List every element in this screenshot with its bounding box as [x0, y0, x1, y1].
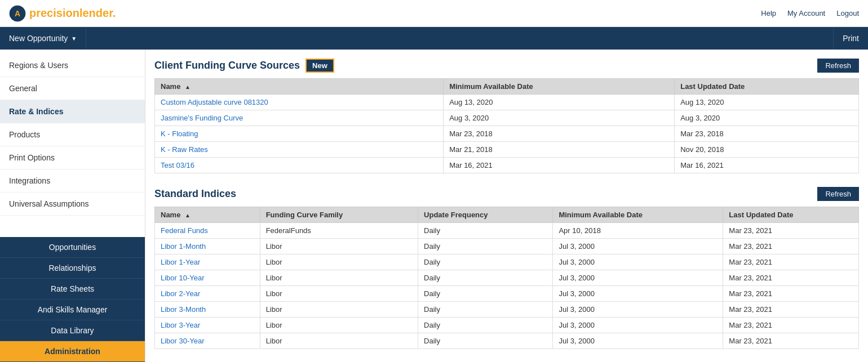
standard-indices-section: Standard Indices Refresh Name ▲ Funding …: [154, 187, 859, 349]
my-account-link[interactable]: My Account: [787, 9, 825, 17]
col-min-date[interactable]: Minimum Available Date: [444, 79, 675, 95]
svg-text:A: A: [15, 9, 20, 18]
sidebar-item-general[interactable]: General: [0, 77, 145, 100]
client-funding-last-updated-cell: Aug 13, 2020: [675, 95, 859, 110]
client-funding-name-cell[interactable]: Test 03/16: [155, 158, 444, 173]
sidebar-item-regions-users[interactable]: Regions & Users: [0, 54, 145, 77]
client-funding-name-cell[interactable]: Custom Adjustable curve 081320: [155, 95, 444, 110]
si-family-cell: Libor: [260, 286, 418, 302]
col-si-last-updated[interactable]: Last Updated Date: [723, 207, 859, 223]
si-last-updated-cell: Mar 23, 2021: [723, 318, 859, 333]
standard-indices-title: Standard Indices: [154, 188, 236, 200]
col-name[interactable]: Name ▲: [155, 79, 444, 95]
si-frequency-cell: Daily: [418, 254, 553, 270]
si-frequency-cell: Daily: [418, 333, 553, 349]
sidebar-item-rate-indices[interactable]: Rate & Indices: [0, 100, 145, 123]
table-row: Libor 1-MonthLiborDailyJul 3, 2000Mar 23…: [155, 239, 859, 254]
client-funding-title-group: Client Funding Curve Sources New: [154, 59, 334, 73]
col-si-frequency[interactable]: Update Frequency: [418, 207, 553, 223]
si-family-cell: Libor: [260, 302, 418, 318]
si-name-cell[interactable]: Libor 10-Year: [155, 270, 260, 286]
help-link[interactable]: Help: [761, 9, 776, 17]
si-family-cell: Libor: [260, 318, 418, 333]
sidebar: Regions & Users General Rate & Indices P…: [0, 50, 145, 362]
si-name-cell[interactable]: Libor 3-Year: [155, 318, 260, 333]
si-min-date-cell: Apr 10, 2018: [553, 223, 723, 239]
si-name-cell[interactable]: Libor 30-Year: [155, 333, 260, 349]
sidebar-item-data-library[interactable]: Data Library: [0, 320, 145, 341]
client-funding-refresh-button[interactable]: Refresh: [817, 59, 859, 73]
si-name-cell[interactable]: Libor 1-Month: [155, 239, 260, 254]
sidebar-item-opportunities[interactable]: Opportunities: [0, 237, 145, 258]
si-family-cell: Libor: [260, 239, 418, 254]
sidebar-item-products[interactable]: Products: [0, 123, 145, 146]
si-frequency-cell: Daily: [418, 239, 553, 254]
top-nav: Help My Account Logout: [761, 9, 859, 17]
table-row: Libor 3-MonthLiborDailyJul 3, 2000Mar 23…: [155, 302, 859, 318]
client-funding-name-cell[interactable]: K - Floating: [155, 126, 444, 142]
logo-icon: A: [9, 5, 26, 22]
nav-bar: New Opportunity ▼ Print: [0, 27, 868, 50]
client-funding-name-cell[interactable]: Jasmine's Funding Curve: [155, 110, 444, 126]
client-funding-min-date-cell: Aug 13, 2020: [444, 95, 675, 110]
sort-arrow-icon: ▲: [185, 84, 191, 90]
si-name-cell[interactable]: Libor 2-Year: [155, 286, 260, 302]
top-bar: A precisionlender. Help My Account Logou…: [0, 0, 868, 27]
si-min-date-cell: Jul 3, 2000: [553, 239, 723, 254]
client-funding-title: Client Funding Curve Sources: [154, 60, 300, 71]
col-si-family[interactable]: Funding Curve Family: [260, 207, 418, 223]
si-min-date-cell: Jul 3, 2000: [553, 302, 723, 318]
si-name-cell[interactable]: Libor 1-Year: [155, 254, 260, 270]
standard-indices-refresh-button[interactable]: Refresh: [817, 187, 859, 201]
client-funding-last-updated-cell: Mar 16, 2021: [675, 158, 859, 173]
si-min-date-cell: Jul 3, 2000: [553, 286, 723, 302]
si-name-cell[interactable]: Libor 3-Month: [155, 302, 260, 318]
sidebar-menu: Regions & Users General Rate & Indices P…: [0, 50, 145, 237]
client-funding-min-date-cell: Mar 16, 2021: [444, 158, 675, 173]
sidebar-item-universal-assumptions[interactable]: Universal Assumptions: [0, 193, 145, 216]
logo-text: precisionlender.: [29, 7, 116, 20]
table-row: K - FloatingMar 23, 2018Mar 23, 2018: [155, 126, 859, 142]
client-funding-new-button[interactable]: New: [305, 59, 334, 73]
table-row: Libor 2-YearLiborDailyJul 3, 2000Mar 23,…: [155, 286, 859, 302]
sidebar-item-administration[interactable]: Administration: [0, 341, 145, 362]
col-si-name[interactable]: Name ▲: [155, 207, 260, 223]
sidebar-item-relationships[interactable]: Relationships: [0, 258, 145, 279]
client-funding-last-updated-cell: Mar 23, 2018: [675, 126, 859, 142]
new-opportunity-button[interactable]: New Opportunity ▼: [0, 27, 86, 50]
col-si-min-date[interactable]: Minimum Available Date: [553, 207, 723, 223]
si-frequency-cell: Daily: [418, 302, 553, 318]
sidebar-item-andi-skills[interactable]: Andi Skills Manager: [0, 300, 145, 320]
client-funding-name-cell[interactable]: K - Raw Rates: [155, 142, 444, 158]
sidebar-item-integrations[interactable]: Integrations: [0, 169, 145, 193]
sidebar-item-rate-sheets[interactable]: Rate Sheets: [0, 279, 145, 300]
si-last-updated-cell: Mar 23, 2021: [723, 302, 859, 318]
si-frequency-cell: Daily: [418, 270, 553, 286]
si-min-date-cell: Jul 3, 2000: [553, 270, 723, 286]
si-last-updated-cell: Mar 23, 2021: [723, 270, 859, 286]
table-row: Libor 10-YearLiborDailyJul 3, 2000Mar 23…: [155, 270, 859, 286]
logo: A precisionlender.: [9, 5, 116, 22]
print-button[interactable]: Print: [833, 27, 868, 50]
dropdown-arrow-icon: ▼: [71, 35, 77, 42]
table-row: K - Raw RatesMar 21, 2018Nov 20, 2018: [155, 142, 859, 158]
client-funding-table-header-row: Name ▲ Minimum Available Date Last Updat…: [155, 79, 859, 95]
client-funding-min-date-cell: Aug 3, 2020: [444, 110, 675, 126]
table-row: Libor 1-YearLiborDailyJul 3, 2000Mar 23,…: [155, 254, 859, 270]
sidebar-item-print-options[interactable]: Print Options: [0, 146, 145, 169]
col-last-updated[interactable]: Last Updated Date: [675, 79, 859, 95]
table-row: Libor 30-YearLiborDailyJul 3, 2000Mar 23…: [155, 333, 859, 349]
si-family-cell: Libor: [260, 333, 418, 349]
table-row: Test 03/16Mar 16, 2021Mar 16, 2021: [155, 158, 859, 173]
table-row: Jasmine's Funding CurveAug 3, 2020Aug 3,…: [155, 110, 859, 126]
sort-arrow-icon-si: ▲: [185, 212, 191, 218]
si-min-date-cell: Jul 3, 2000: [553, 254, 723, 270]
si-name-cell[interactable]: Federal Funds: [155, 223, 260, 239]
sidebar-bottom: Opportunities Relationships Rate Sheets …: [0, 237, 145, 362]
client-funding-last-updated-cell: Aug 3, 2020: [675, 110, 859, 126]
client-funding-min-date-cell: Mar 23, 2018: [444, 126, 675, 142]
client-funding-header: Client Funding Curve Sources New Refresh: [154, 59, 859, 73]
content-area: Client Funding Curve Sources New Refresh…: [145, 50, 868, 362]
logout-link[interactable]: Logout: [836, 9, 859, 17]
si-last-updated-cell: Mar 23, 2021: [723, 286, 859, 302]
